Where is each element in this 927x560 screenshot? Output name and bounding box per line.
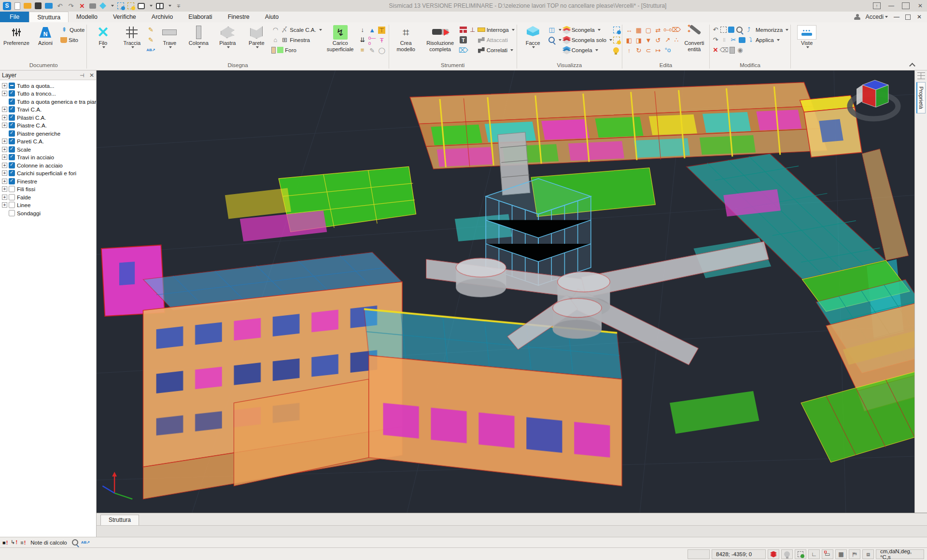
flatten-icon[interactable]: ▼ [645, 37, 652, 44]
traccia-button[interactable]: Traccia [118, 23, 146, 48]
expander-icon[interactable] [2, 186, 7, 192]
expander-icon[interactable] [2, 91, 7, 96]
layers-diamond-icon[interactable] [99, 2, 106, 9]
status-snap-icon[interactable]: ▭ [822, 549, 833, 559]
stretch-line-icon[interactable]: ⇄ [654, 27, 662, 34]
layer-row[interactable]: Sondaggi [2, 209, 96, 217]
attaccati-button[interactable]: Attaccati [478, 35, 515, 44]
layer-row[interactable]: Scale [2, 145, 96, 154]
expander-icon[interactable] [2, 154, 7, 160]
layer-checkbox[interactable] [9, 106, 15, 112]
layer-row[interactable]: Linee [2, 201, 96, 210]
close-button[interactable]: ✕ [916, 2, 924, 9]
doc-close-button[interactable]: ✕ [915, 14, 923, 20]
memorizza-button[interactable]: Memorizza [756, 25, 788, 34]
layout-icon[interactable] [156, 3, 164, 9]
mirror-icon[interactable]: ◨ [635, 37, 643, 44]
zoom-view-button[interactable] [548, 35, 562, 44]
modify-delete-button[interactable]: ✕ [712, 45, 719, 55]
layer-checkbox[interactable] [9, 178, 15, 184]
rotate-cw-icon[interactable]: ↻ [635, 47, 643, 55]
doc-restore-button[interactable] [905, 14, 911, 20]
format-brush-button[interactable]: ⌦ [673, 25, 680, 34]
calc-status-node-icon[interactable]: ↳ [11, 539, 17, 546]
copy-array-icon[interactable]: ▦ [635, 27, 643, 34]
search-entity-icon[interactable] [736, 26, 744, 34]
layer-row[interactable]: Fili fissi [2, 185, 96, 194]
viste-button[interactable]: ••• Viste [793, 23, 821, 48]
open-project-icon[interactable] [45, 3, 53, 9]
layer-checkbox[interactable] [9, 90, 15, 97]
expander-icon[interactable] [2, 163, 7, 168]
expander-icon[interactable] [2, 107, 7, 112]
note-search-icon[interactable] [72, 539, 78, 546]
clipboard-icon[interactable] [730, 47, 735, 54]
rotate-ccw-icon[interactable]: ↺ [654, 37, 662, 44]
layers-caret-icon[interactable] [111, 5, 114, 7]
layer-checkbox[interactable] [9, 146, 15, 153]
load-list-button[interactable]: ≡ [359, 45, 366, 55]
layer-row[interactable]: Piastre generiche [2, 129, 96, 138]
ellipse-icon[interactable]: ◯ [378, 47, 386, 55]
qat-more-icon[interactable]: ∓ [175, 2, 183, 10]
applica-button[interactable]: Applica [756, 35, 788, 44]
finestra-button[interactable]: ⌂ ⊞ Finestra [271, 35, 322, 44]
freeze-by-selection-button[interactable] [613, 25, 620, 34]
tab-finestre[interactable]: Finestre [220, 12, 257, 22]
tab-modello[interactable]: Modello [69, 12, 105, 22]
doc-minimize-button[interactable]: — [893, 14, 900, 20]
memorizza-icon[interactable]: ⤴ [745, 26, 753, 34]
quote-button[interactable]: ⇞ Quote [60, 25, 84, 34]
layer-checkbox[interactable] [9, 154, 15, 160]
structure-3d-model[interactable] [97, 70, 914, 513]
model-viewport[interactable] [97, 70, 914, 513]
layer-row[interactable]: Tutto a quota... [2, 82, 96, 90]
t-support-icon[interactable]: Ŧ [378, 37, 386, 44]
thaw-selection-icon[interactable] [127, 2, 134, 9]
window-icon[interactable] [138, 3, 145, 9]
broom-icon[interactable]: ⌫ [720, 46, 728, 54]
label-arrow-button[interactable]: AB↗ [147, 45, 154, 55]
parete-button[interactable]: Parete [242, 23, 270, 48]
rotate-rect-icon[interactable]: ▢ [645, 27, 652, 34]
layer-row[interactable]: Pareti C.A. [2, 138, 96, 146]
redo-icon[interactable]: ↷ [67, 2, 75, 10]
thaw-by-selection-button[interactable] [613, 35, 620, 44]
knife-icon[interactable]: ✎ [368, 47, 376, 55]
layer-checkbox[interactable] [9, 138, 15, 144]
camera-add-icon[interactable]: ◉ [736, 46, 744, 54]
expander-icon[interactable] [2, 147, 7, 152]
layer-checkbox[interactable] [9, 186, 15, 192]
clean-brush-icon[interactable]: ⌦ [460, 46, 467, 54]
interroga-button[interactable]: Interroga [478, 25, 515, 34]
select-rect-icon[interactable] [720, 27, 727, 33]
print-icon[interactable] [89, 3, 96, 9]
node-point-button[interactable]: °o [664, 45, 672, 55]
load-distributed-button[interactable]: ⇊ [359, 35, 366, 44]
pin-ribbon-icon[interactable]: ↑ [873, 2, 881, 9]
save-icon[interactable] [35, 2, 42, 9]
move-icon[interactable]: ↔ [625, 27, 633, 34]
layer-checkbox[interactable] [9, 194, 15, 200]
open-folder-icon[interactable] [24, 3, 31, 9]
correlati-button[interactable]: Correlati [478, 45, 515, 55]
layer-checkbox[interactable] [9, 114, 15, 121]
layer-checkbox[interactable] [9, 162, 15, 168]
layer-row[interactable]: Colonne in acciaio [2, 161, 96, 169]
layer-row[interactable]: Travi in acciaio [2, 154, 96, 162]
preferenze-button[interactable]: Preferenze [2, 23, 30, 46]
pin-support-icon[interactable]: ⊤ [378, 27, 385, 34]
image-icon[interactable] [739, 37, 745, 43]
layout-caret-icon[interactable] [169, 5, 171, 7]
status-add-selection-icon[interactable] [795, 549, 806, 559]
expander-icon[interactable] [2, 179, 7, 184]
mesh-check-icon[interactable] [460, 26, 467, 34]
join-nodes-button[interactable]: o–o [664, 25, 672, 34]
expander-icon[interactable] [2, 83, 7, 88]
layer-checkbox[interactable] [9, 170, 15, 176]
layer-row[interactable]: Finestre [2, 177, 96, 185]
expander-icon[interactable] [2, 115, 7, 120]
status-grid-icon[interactable]: ▦ [835, 549, 847, 559]
offset-icon[interactable]: ⊂ [645, 47, 652, 55]
status-lamp-icon[interactable] [781, 549, 793, 559]
